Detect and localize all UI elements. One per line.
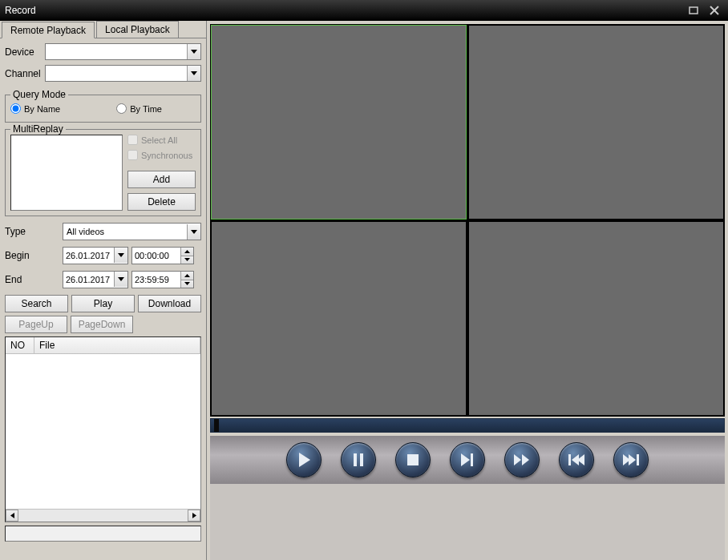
- file-list[interactable]: NO File: [5, 336, 201, 522]
- svg-marker-4: [191, 71, 197, 75]
- player-controls: [210, 436, 725, 484]
- device-select[interactable]: [45, 43, 201, 60]
- type-label: Type: [5, 226, 59, 237]
- pause-icon[interactable]: [341, 442, 376, 477]
- col-file[interactable]: File: [34, 337, 200, 353]
- spin-down-icon[interactable]: [181, 256, 193, 264]
- channel-input[interactable]: [46, 66, 187, 81]
- svg-marker-9: [118, 277, 124, 281]
- video-cell-4[interactable]: [468, 221, 724, 416]
- svg-marker-20: [514, 454, 521, 465]
- type-dropdown-icon[interactable]: [187, 224, 200, 240]
- query-mode-group: Query Mode By Name By Time: [5, 95, 201, 123]
- svg-marker-11: [184, 282, 190, 285]
- delete-button[interactable]: Delete: [127, 193, 196, 211]
- previous-icon[interactable]: [559, 442, 594, 477]
- scroll-right-icon[interactable]: [188, 510, 200, 522]
- frame-step-icon[interactable]: [450, 442, 485, 477]
- multireplay-group: MultiReplay Select All Synchronous: [5, 129, 201, 216]
- svg-marker-18: [461, 453, 470, 466]
- radio-by-time[interactable]: By Time: [116, 103, 162, 114]
- svg-rect-0: [690, 7, 698, 14]
- svg-marker-7: [184, 250, 190, 253]
- video-cell-3[interactable]: [211, 221, 467, 416]
- svg-marker-26: [629, 454, 636, 465]
- search-button[interactable]: Search: [5, 295, 68, 312]
- multireplay-legend: MultiReplay: [10, 123, 66, 135]
- begin-date[interactable]: 26.01.2017: [63, 247, 128, 264]
- play-button[interactable]: Play: [71, 295, 135, 312]
- tab-local-playback[interactable]: Local Playback: [96, 21, 179, 38]
- pagedown-button[interactable]: PageDown: [71, 316, 133, 333]
- play-icon[interactable]: [286, 442, 322, 477]
- file-list-hscrollbar[interactable]: [6, 509, 200, 522]
- tab-remote-playback[interactable]: Remote Playback: [2, 22, 95, 38]
- begin-label: Begin: [5, 250, 59, 261]
- svg-rect-19: [471, 453, 473, 466]
- video-cell-2[interactable]: [468, 25, 724, 220]
- end-date[interactable]: 26.01.2017: [63, 271, 128, 288]
- stop-icon[interactable]: [395, 442, 431, 477]
- status-box: [5, 526, 201, 542]
- radio-by-time-input[interactable]: [116, 103, 127, 114]
- svg-marker-13: [192, 513, 196, 518]
- spin-down-icon[interactable]: [181, 280, 193, 288]
- scroll-left-icon[interactable]: [6, 510, 18, 522]
- synchronous-checkbox[interactable]: Synchronous: [127, 150, 196, 160]
- add-button[interactable]: Add: [127, 171, 196, 188]
- end-time[interactable]: 23:59:59: [131, 271, 194, 288]
- next-icon[interactable]: [613, 442, 649, 477]
- spin-up-icon[interactable]: [181, 272, 193, 280]
- svg-rect-16: [360, 453, 363, 466]
- sidebar: Remote Playback Local Playback Device Ch…: [0, 21, 207, 560]
- video-grid: [210, 24, 725, 417]
- device-label: Device: [5, 46, 45, 58]
- download-button[interactable]: Download: [138, 295, 201, 312]
- channel-label: Channel: [5, 68, 45, 79]
- spin-up-icon[interactable]: [181, 248, 193, 256]
- begin-date-dropdown-icon[interactable]: [114, 248, 127, 263]
- svg-marker-14: [299, 453, 310, 467]
- fast-forward-icon[interactable]: [504, 442, 540, 477]
- bottom-spacer: [210, 484, 725, 560]
- radio-by-name[interactable]: By Name: [10, 103, 60, 114]
- svg-marker-6: [118, 253, 124, 257]
- begin-time-spinner[interactable]: [180, 248, 193, 264]
- svg-marker-21: [522, 454, 529, 465]
- query-mode-legend: Query Mode: [10, 89, 68, 100]
- timeline-thumb[interactable]: [214, 419, 219, 432]
- svg-rect-17: [407, 454, 419, 465]
- radio-by-name-input[interactable]: [10, 103, 21, 114]
- svg-rect-22: [568, 454, 571, 465]
- content-area: [207, 21, 728, 560]
- svg-marker-12: [10, 513, 14, 518]
- channel-dropdown-icon[interactable]: [187, 66, 200, 81]
- channel-select[interactable]: [45, 65, 201, 82]
- svg-marker-8: [184, 258, 190, 261]
- col-no[interactable]: NO: [6, 337, 34, 353]
- begin-time[interactable]: 00:00:00: [131, 247, 194, 264]
- playback-tabs: Remote Playback Local Playback: [0, 21, 206, 38]
- type-select[interactable]: All videos: [63, 223, 201, 240]
- select-all-checkbox[interactable]: Select All: [127, 135, 196, 145]
- pageup-button[interactable]: PageUp: [5, 316, 67, 333]
- record-window: Record Remote Playback Local Playback De…: [0, 0, 728, 560]
- video-cell-1[interactable]: [211, 25, 467, 220]
- timeline-slider[interactable]: [210, 418, 725, 433]
- device-dropdown-icon[interactable]: [187, 44, 200, 59]
- svg-marker-5: [191, 230, 197, 234]
- multireplay-list[interactable]: [10, 135, 123, 211]
- file-list-body: [6, 354, 200, 509]
- svg-marker-3: [191, 50, 197, 54]
- device-input[interactable]: [46, 44, 187, 59]
- end-label: End: [5, 274, 59, 285]
- end-date-dropdown-icon[interactable]: [114, 272, 127, 287]
- file-list-header: NO File: [6, 337, 200, 354]
- maximize-button[interactable]: [685, 3, 702, 18]
- svg-rect-27: [637, 454, 639, 465]
- svg-rect-15: [354, 453, 357, 466]
- titlebar: Record: [0, 0, 728, 21]
- close-button[interactable]: [706, 3, 723, 18]
- svg-marker-10: [184, 274, 190, 277]
- end-time-spinner[interactable]: [180, 272, 193, 288]
